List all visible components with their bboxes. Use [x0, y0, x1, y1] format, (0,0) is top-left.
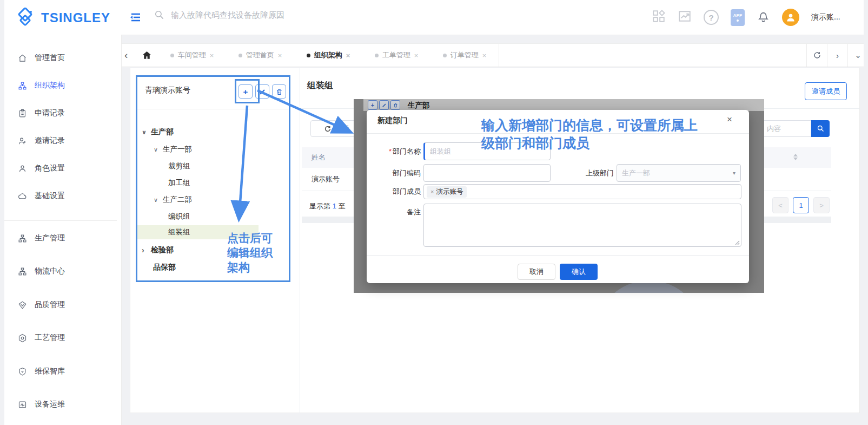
sidebar-item-quality-mgmt[interactable]: 品质管理 [0, 299, 117, 311]
sidebar-item-role-settings[interactable]: 角色设置 [0, 162, 117, 174]
header-actions: ? APP 演示账... [652, 8, 840, 27]
search-icon [154, 10, 164, 20]
remove-tag-icon[interactable]: × [430, 188, 434, 195]
pagination-page-1[interactable]: 1 [793, 197, 809, 213]
shield-icon [18, 367, 27, 376]
annotation-modal-tip: 输入新增部门的信息，可设置所属上 级部门和部门成员 [481, 116, 698, 152]
tab-close-icon[interactable]: × [414, 51, 419, 60]
user-avatar[interactable] [782, 9, 799, 26]
apps-grid-icon[interactable] [652, 9, 666, 25]
tab-close-icon[interactable]: × [278, 51, 282, 60]
search-placeholder-tail: 内容 [767, 124, 781, 134]
notification-bell-icon[interactable] [757, 9, 770, 25]
tabs-refresh-icon[interactable] [806, 44, 827, 67]
org-chart-icon [18, 234, 27, 243]
trash-icon [393, 103, 398, 108]
dept-members-field[interactable]: × 演示账号 [423, 184, 741, 199]
tabs-forward-chevron[interactable]: › [827, 44, 847, 67]
dept-members-label: 部门成员 [372, 184, 421, 199]
tab-workshop[interactable]: 车间管理× [158, 44, 227, 67]
search-icon [817, 125, 825, 133]
pencil-icon [382, 103, 387, 108]
sidebar-item-production-mgmt[interactable]: 生产管理 [0, 232, 117, 244]
dept-code-label: 部门编码 [372, 164, 421, 182]
global-search-input[interactable] [170, 10, 367, 20]
new-department-modal: 新建部门 × *部门名称 组装组 部门编码 上级部门 生产一部 ▾ 部门成员 ×… [367, 110, 749, 283]
sidebar-divider [0, 220, 117, 221]
tabs-back-chevron[interactable]: ‹ [124, 49, 128, 61]
clipboard-icon [18, 109, 27, 118]
remark-label: 备注 [372, 205, 421, 219]
sidebar-item-basic-settings[interactable]: 基础设置 [0, 190, 117, 202]
user-icon [18, 164, 27, 173]
dept-delete-button[interactable] [390, 100, 400, 110]
help-icon[interactable]: ? [704, 10, 719, 25]
user-name[interactable]: 演示账... [811, 12, 840, 22]
home-icon [18, 54, 27, 63]
parent-dept-select[interactable]: 生产一部 ▾ [617, 164, 741, 182]
tab-bar: ‹ 车间管理× 管理首页× 组织架构× 工单管理× 订单管理× › ⌄ [121, 43, 868, 67]
annotation-tree-tip: 点击后可 编辑组织 架构 [227, 231, 273, 274]
sidebar-item-invite-records[interactable]: 邀请记录 [0, 135, 117, 147]
dept-edit-button[interactable] [379, 100, 389, 110]
brand-name: TSINGLEY [41, 10, 110, 25]
dept-add-button[interactable]: + [368, 100, 377, 110]
tab-close-icon[interactable]: × [210, 51, 214, 60]
sidebar-item-maintenance-kb[interactable]: 维保智库 [0, 365, 117, 377]
parent-dept-label: 上级部门 [560, 164, 614, 182]
confirm-button[interactable]: 确认 [560, 264, 598, 280]
resize-handle-icon[interactable] [734, 240, 740, 245]
cancel-button[interactable]: 取消 [518, 264, 555, 280]
dept-code-input[interactable] [423, 164, 551, 182]
sidebar-item-process-mgmt[interactable]: 工艺管理 [0, 332, 117, 344]
modal-close-icon[interactable]: × [727, 114, 732, 125]
brand-logo[interactable]: TSINGLEY [16, 8, 110, 28]
user-plus-icon [18, 136, 27, 146]
member-tag[interactable]: × 演示账号 [427, 186, 467, 198]
diamond-icon [18, 300, 27, 310]
tab-work-order[interactable]: 工单管理× [362, 44, 431, 67]
sidebar-item-org-structure[interactable]: 组织架构 [0, 80, 117, 91]
menu-collapse-icon[interactable] [130, 12, 142, 25]
monitor-pulse-icon [18, 400, 27, 409]
modal-footer-divider [367, 255, 749, 256]
tab-org-structure[interactable]: 组织架构× [294, 44, 363, 67]
app-download-icon[interactable]: APP [731, 9, 745, 26]
org-chart-icon [18, 267, 27, 276]
window-right-edge [864, 35, 868, 425]
global-search [154, 10, 381, 20]
pagination-prev-button[interactable]: < [772, 197, 789, 213]
modal-title: 新建部门 [377, 116, 408, 126]
cloud-icon [18, 192, 27, 201]
hexagon-gear-icon [18, 334, 27, 343]
remark-textarea[interactable] [423, 204, 741, 247]
pagination-next-button[interactable]: > [813, 197, 830, 213]
tab-admin-home[interactable]: 管理首页× [226, 44, 295, 67]
logo-icon [16, 8, 36, 28]
chart-icon[interactable] [678, 9, 692, 25]
org-chart-icon [18, 81, 27, 90]
sort-icon[interactable] [793, 154, 798, 160]
dept-name-label: *部门名称 [372, 142, 421, 160]
invite-member-button[interactable]: 邀请成员 [805, 82, 847, 100]
tab-order[interactable]: 订单管理× [430, 44, 499, 67]
dept-header-title: 生产部 [408, 101, 430, 110]
sidebar-item-logistics-center[interactable]: 物流中心 [0, 265, 117, 277]
app-screen: TSINGLEY ? APP 演示账... ‹ 车间管理× 管理首页× [0, 0, 868, 425]
search-button[interactable] [811, 120, 830, 137]
sidebar-item-admin-home[interactable]: 管理首页 [0, 52, 117, 64]
chevron-down-icon: ▾ [733, 170, 736, 176]
home-icon [142, 50, 152, 60]
tab-close-icon[interactable]: × [346, 51, 350, 60]
sidebar-item-application-records[interactable]: 申请记录 [0, 107, 117, 119]
window-left-edge [0, 0, 4, 425]
tab-home[interactable] [135, 44, 158, 67]
tab-close-icon[interactable]: × [482, 51, 487, 60]
sidebar-item-equipment-ops[interactable]: 设备运维 [0, 398, 117, 410]
